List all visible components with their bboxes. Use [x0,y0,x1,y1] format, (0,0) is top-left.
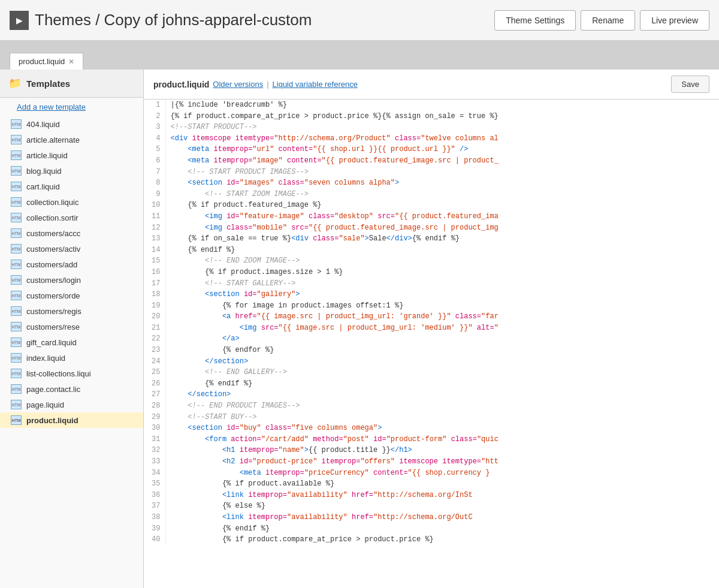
sidebar-item-label: page.contact.lic [26,385,80,394]
line-number: 19 [144,300,165,312]
sidebar-item-customers-rese[interactable]: HTM customers/rese [0,319,143,334]
line-number: 26 [144,378,165,390]
add-template-link[interactable]: Add a new template [0,98,143,116]
line-code: <!--START BUY--> [165,412,719,423]
sidebar-item-customers-add[interactable]: HTM customers/add [0,257,143,272]
sidebar-item-404[interactable]: HTM 404.liquid [0,116,143,132]
file-icon: HTM [11,275,22,285]
file-icon: HTM [11,244,22,254]
sidebar-item-customers-login[interactable]: HTM customers/login [0,272,143,288]
line-number: 40 [144,534,165,545]
line-number: 25 [144,367,165,378]
line-number: 10 [144,200,165,211]
sidebar-item-page-contact[interactable]: HTM page.contact.lic [0,381,143,397]
line-number: 7 [144,167,165,178]
page-title: Themes / Copy of johns-apparel-custom [35,11,312,29]
line-number: 9 [144,189,165,200]
file-icon: HTM [11,182,22,191]
line-code: <!-- END PRODUCT IMAGES--> [165,400,719,412]
line-number: 8 [144,177,165,189]
line-code: <section id="buy" class="five columns om… [165,423,719,434]
file-icon: HTM [11,119,22,129]
sidebar-item-customers-orde[interactable]: HTM customers/orde [0,288,143,303]
line-number: 4 [144,133,165,144]
sidebar-item-collection-liquid[interactable]: HTM collection.liquic [0,194,143,210]
theme-settings-button[interactable]: Theme Settings [494,10,576,31]
sidebar-item-cart-liquid[interactable]: HTM cart.liquid [0,179,143,194]
line-number: 15 [144,255,165,267]
older-versions-link[interactable]: Older versions [213,80,263,89]
tab-close-icon[interactable]: ✕ [68,58,74,66]
line-code: <img id="feature-image" class="desktop" … [165,211,719,222]
editor-toolbar: product.liquid Older versions | Liquid v… [144,70,719,99]
sidebar-item-customers-activ[interactable]: HTM customers/activ [0,241,143,257]
line-code: {% if product.available %} [165,478,719,490]
line-code: <!-- END GALLERY--> [165,367,719,378]
rename-button[interactable]: Rename [581,10,635,31]
line-number: 1 [144,99,165,111]
code-editor[interactable]: 1 |{% include 'breadcrumb' %} 2 {% if pr… [144,99,719,588]
line-number: 23 [144,345,165,356]
sidebar-item-product-liquid[interactable]: HTM product.liquid [0,412,143,428]
line-number: 32 [144,445,165,456]
sidebar-item-index-liquid[interactable]: HTM index.liquid [0,350,143,366]
sidebar-item-label: product.liquid [26,416,78,425]
line-code: <img src="{{ image.src | product_img_url… [165,322,719,334]
line-code: <!--START PRODUCT--> [165,122,719,133]
line-code: {% else %} [165,500,719,512]
sidebar-item-gift-card[interactable]: HTM gift_card.liquid [0,334,143,350]
file-icon: HTM [11,337,22,347]
sidebar-item-customers-regis[interactable]: HTM customers/regis [0,303,143,319]
table-row: 32 <h1 itemprop="name">{{ product.title … [144,445,719,456]
sidebar-title: Templates [26,79,70,89]
sidebar-item-label: customers/add [26,260,77,269]
line-code: {% endif %} [165,378,719,390]
file-icon: HTM [11,135,22,144]
sidebar-item-list-collections[interactable]: HTM list-collections.liqui [0,366,143,381]
code-table: 1 |{% include 'breadcrumb' %} 2 {% if pr… [144,99,719,545]
file-icon: HTM [11,197,22,207]
file-icon: HTM [11,322,22,331]
table-row: 31 <form action="/cart/add" method="post… [144,434,719,445]
line-code: <h1 itemprop="name">{{ product.title }}<… [165,445,719,456]
sidebar-item-label: list-collections.liqui [26,369,91,378]
line-code: {% if on_sale == true %}<div class="sale… [165,233,719,245]
line-number: 2 [144,111,165,122]
file-icon: HTM [11,260,22,269]
toolbar-separator: | [267,80,268,89]
save-button[interactable]: Save [671,76,709,93]
line-number: 20 [144,311,165,322]
table-row: 11 <img id="feature-image" class="deskto… [144,211,719,222]
sidebar-item-page-liquid[interactable]: HTM page.liquid [0,397,143,412]
sidebar-item-collection-sortir[interactable]: HTM collection.sortir [0,210,143,225]
sidebar-item-label: article.liquid [26,151,68,160]
sidebar-item-article-alternate[interactable]: HTM article.alternate [0,132,143,147]
sidebar-item-label: customers/orde [26,291,80,300]
table-row: 13 {% if on_sale == true %}<div class="s… [144,233,719,245]
line-code: {% endif %} [165,245,719,256]
sidebar-item-label: customers/regis [26,307,81,316]
line-code: <!-- START GALLERY--> [165,278,719,290]
line-number: 38 [144,512,165,523]
line-code: |{% include 'breadcrumb' %} [165,99,719,111]
line-number: 16 [144,267,165,278]
sidebar-item-blog-liquid[interactable]: HTM blog.liquid [0,163,143,179]
sidebar-item-customers-accc[interactable]: HTM customers/accc [0,225,143,241]
liquid-variable-reference-link[interactable]: Liquid variable reference [273,80,358,89]
line-number: 34 [144,468,165,479]
table-row: 27 </section> [144,389,719,400]
line-number: 14 [144,245,165,256]
live-preview-button[interactable]: Live preview [640,10,709,31]
header-left: ▶ Themes / Copy of johns-apparel-custom [10,11,312,30]
line-code: <meta itemprop="image" content="{{ produ… [165,155,719,167]
line-code: </section> [165,389,719,400]
tab-product-liquid[interactable]: product.liquid ✕ [10,53,83,70]
sidebar-item-label: customers/activ [26,245,80,254]
line-number: 17 [144,278,165,290]
line-code: {% endfor %} [165,345,719,356]
line-number: 21 [144,322,165,334]
table-row: 5 <meta itemprop="url" content="{{ shop.… [144,144,719,155]
line-number: 29 [144,412,165,423]
sidebar-item-article-liquid[interactable]: HTM article.liquid [0,147,143,163]
table-row: 10 {% if product.featured_image %} [144,200,719,211]
